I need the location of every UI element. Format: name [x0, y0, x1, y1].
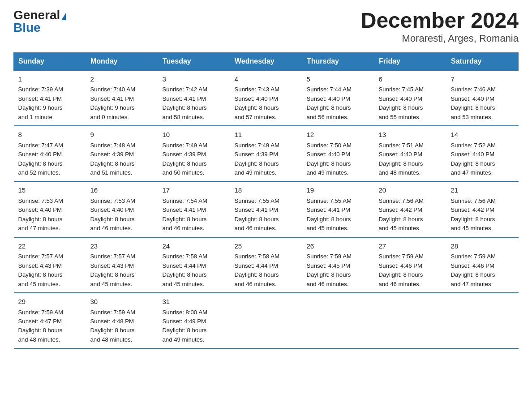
day-info: Sunrise: 7:46 AM Sunset: 4:40 PM Dayligh…	[451, 85, 514, 122]
calendar-cell: 3Sunrise: 7:42 AM Sunset: 4:41 PM Daylig…	[158, 70, 230, 126]
page-subtitle: Moraresti, Arges, Romania	[361, 33, 519, 44]
day-info: Sunrise: 7:42 AM Sunset: 4:41 PM Dayligh…	[163, 85, 226, 122]
calendar-cell: 16Sunrise: 7:53 AM Sunset: 4:40 PM Dayli…	[86, 181, 158, 237]
day-info: Sunrise: 7:58 AM Sunset: 4:44 PM Dayligh…	[163, 252, 226, 289]
week-row-1: 1Sunrise: 7:39 AM Sunset: 4:41 PM Daylig…	[14, 70, 519, 126]
calendar-cell: 20Sunrise: 7:56 AM Sunset: 4:42 PM Dayli…	[374, 181, 446, 237]
week-row-3: 15Sunrise: 7:53 AM Sunset: 4:40 PM Dayli…	[14, 181, 519, 237]
day-number: 24	[163, 241, 226, 252]
day-info: Sunrise: 7:47 AM Sunset: 4:40 PM Dayligh…	[18, 141, 82, 178]
day-number: 5	[307, 74, 370, 85]
day-number: 30	[90, 297, 154, 307]
calendar-cell: 22Sunrise: 7:57 AM Sunset: 4:43 PM Dayli…	[14, 237, 86, 293]
calendar-cell: 2Sunrise: 7:40 AM Sunset: 4:41 PM Daylig…	[86, 70, 158, 126]
header-cell-sunday: Sunday	[14, 52, 86, 70]
calendar-cell: 9Sunrise: 7:48 AM Sunset: 4:39 PM Daylig…	[86, 126, 158, 181]
calendar-cell: 1Sunrise: 7:39 AM Sunset: 4:41 PM Daylig…	[14, 70, 86, 126]
day-info: Sunrise: 8:00 AM Sunset: 4:49 PM Dayligh…	[163, 308, 226, 345]
day-info: Sunrise: 7:55 AM Sunset: 4:41 PM Dayligh…	[307, 197, 370, 233]
calendar-cell: 14Sunrise: 7:52 AM Sunset: 4:40 PM Dayli…	[446, 126, 519, 181]
day-info: Sunrise: 7:45 AM Sunset: 4:40 PM Dayligh…	[379, 85, 442, 122]
day-number: 6	[379, 74, 442, 85]
day-info: Sunrise: 7:58 AM Sunset: 4:44 PM Dayligh…	[235, 252, 298, 289]
day-info: Sunrise: 7:59 AM Sunset: 4:46 PM Dayligh…	[451, 252, 514, 289]
day-number: 14	[451, 130, 514, 140]
page-header: General Blue December 2024 Moraresti, Ar…	[13, 9, 519, 44]
day-number: 10	[163, 130, 226, 140]
header-row: SundayMondayTuesdayWednesdayThursdayFrid…	[14, 52, 519, 70]
calendar-cell: 18Sunrise: 7:55 AM Sunset: 4:41 PM Dayli…	[230, 181, 302, 237]
day-number: 21	[451, 185, 514, 196]
logo-triangle-icon	[61, 13, 66, 20]
calendar-cell: 10Sunrise: 7:49 AM Sunset: 4:39 PM Dayli…	[158, 126, 230, 181]
calendar-cell: 11Sunrise: 7:49 AM Sunset: 4:39 PM Dayli…	[230, 126, 302, 181]
day-info: Sunrise: 7:59 AM Sunset: 4:48 PM Dayligh…	[90, 308, 154, 345]
day-info: Sunrise: 7:59 AM Sunset: 4:45 PM Dayligh…	[307, 252, 370, 289]
logo: General Blue	[13, 9, 66, 34]
day-info: Sunrise: 7:57 AM Sunset: 4:43 PM Dayligh…	[90, 252, 154, 289]
calendar-cell: 5Sunrise: 7:44 AM Sunset: 4:40 PM Daylig…	[302, 70, 374, 126]
day-info: Sunrise: 7:54 AM Sunset: 4:41 PM Dayligh…	[163, 197, 226, 233]
day-number: 4	[235, 74, 298, 85]
header-cell-saturday: Saturday	[446, 52, 519, 70]
calendar-body: 1Sunrise: 7:39 AM Sunset: 4:41 PM Daylig…	[14, 70, 519, 349]
calendar-cell: 7Sunrise: 7:46 AM Sunset: 4:40 PM Daylig…	[446, 70, 519, 126]
day-number: 13	[379, 130, 442, 140]
calendar-cell: 4Sunrise: 7:43 AM Sunset: 4:40 PM Daylig…	[230, 70, 302, 126]
day-number: 31	[163, 297, 226, 307]
calendar-cell: 31Sunrise: 8:00 AM Sunset: 4:49 PM Dayli…	[158, 293, 230, 348]
day-number: 25	[235, 241, 298, 252]
day-info: Sunrise: 7:57 AM Sunset: 4:43 PM Dayligh…	[18, 252, 82, 289]
day-info: Sunrise: 7:44 AM Sunset: 4:40 PM Dayligh…	[307, 85, 370, 122]
header-cell-wednesday: Wednesday	[230, 52, 302, 70]
day-number: 27	[379, 241, 442, 252]
calendar-cell: 28Sunrise: 7:59 AM Sunset: 4:46 PM Dayli…	[446, 237, 519, 293]
day-number: 16	[90, 185, 154, 196]
day-info: Sunrise: 7:56 AM Sunset: 4:42 PM Dayligh…	[379, 197, 442, 233]
calendar-cell: 21Sunrise: 7:56 AM Sunset: 4:42 PM Dayli…	[446, 181, 519, 237]
day-number: 29	[18, 297, 82, 307]
calendar-cell	[446, 293, 519, 348]
header-cell-monday: Monday	[86, 52, 158, 70]
logo-blue-text: Blue	[13, 21, 41, 34]
week-row-2: 8Sunrise: 7:47 AM Sunset: 4:40 PM Daylig…	[14, 126, 519, 181]
calendar-cell: 26Sunrise: 7:59 AM Sunset: 4:45 PM Dayli…	[302, 237, 374, 293]
day-info: Sunrise: 7:56 AM Sunset: 4:42 PM Dayligh…	[451, 197, 514, 233]
day-info: Sunrise: 7:59 AM Sunset: 4:46 PM Dayligh…	[379, 252, 442, 289]
day-info: Sunrise: 7:52 AM Sunset: 4:40 PM Dayligh…	[451, 141, 514, 178]
day-info: Sunrise: 7:50 AM Sunset: 4:40 PM Dayligh…	[307, 141, 370, 178]
calendar-cell: 6Sunrise: 7:45 AM Sunset: 4:40 PM Daylig…	[374, 70, 446, 126]
calendar-cell: 25Sunrise: 7:58 AM Sunset: 4:44 PM Dayli…	[230, 237, 302, 293]
calendar-cell: 19Sunrise: 7:55 AM Sunset: 4:41 PM Dayli…	[302, 181, 374, 237]
header-cell-thursday: Thursday	[302, 52, 374, 70]
calendar-cell: 12Sunrise: 7:50 AM Sunset: 4:40 PM Dayli…	[302, 126, 374, 181]
day-number: 15	[18, 185, 82, 196]
day-number: 28	[451, 241, 514, 252]
calendar-cell: 30Sunrise: 7:59 AM Sunset: 4:48 PM Dayli…	[86, 293, 158, 348]
calendar-cell: 17Sunrise: 7:54 AM Sunset: 4:41 PM Dayli…	[158, 181, 230, 237]
calendar-cell: 27Sunrise: 7:59 AM Sunset: 4:46 PM Dayli…	[374, 237, 446, 293]
day-info: Sunrise: 7:59 AM Sunset: 4:47 PM Dayligh…	[18, 308, 82, 345]
day-number: 1	[18, 74, 82, 85]
day-number: 3	[163, 74, 226, 85]
day-number: 19	[307, 185, 370, 196]
day-info: Sunrise: 7:55 AM Sunset: 4:41 PM Dayligh…	[235, 197, 298, 233]
logo-general-text: General	[13, 8, 60, 22]
title-block: December 2024 Moraresti, Arges, Romania	[361, 9, 519, 44]
calendar-cell: 15Sunrise: 7:53 AM Sunset: 4:40 PM Dayli…	[14, 181, 86, 237]
page-title: December 2024	[361, 9, 519, 33]
week-row-4: 22Sunrise: 7:57 AM Sunset: 4:43 PM Dayli…	[14, 237, 519, 293]
day-info: Sunrise: 7:40 AM Sunset: 4:41 PM Dayligh…	[90, 85, 154, 122]
day-number: 26	[307, 241, 370, 252]
day-number: 12	[307, 130, 370, 140]
calendar-cell	[302, 293, 374, 348]
day-number: 23	[90, 241, 154, 252]
day-number: 20	[379, 185, 442, 196]
day-number: 22	[18, 241, 82, 252]
day-info: Sunrise: 7:51 AM Sunset: 4:40 PM Dayligh…	[379, 141, 442, 178]
day-info: Sunrise: 7:53 AM Sunset: 4:40 PM Dayligh…	[90, 197, 154, 233]
logo-line2: Blue	[13, 21, 41, 34]
day-info: Sunrise: 7:39 AM Sunset: 4:41 PM Dayligh…	[18, 85, 82, 122]
calendar-cell	[374, 293, 446, 348]
calendar-cell: 8Sunrise: 7:47 AM Sunset: 4:40 PM Daylig…	[14, 126, 86, 181]
